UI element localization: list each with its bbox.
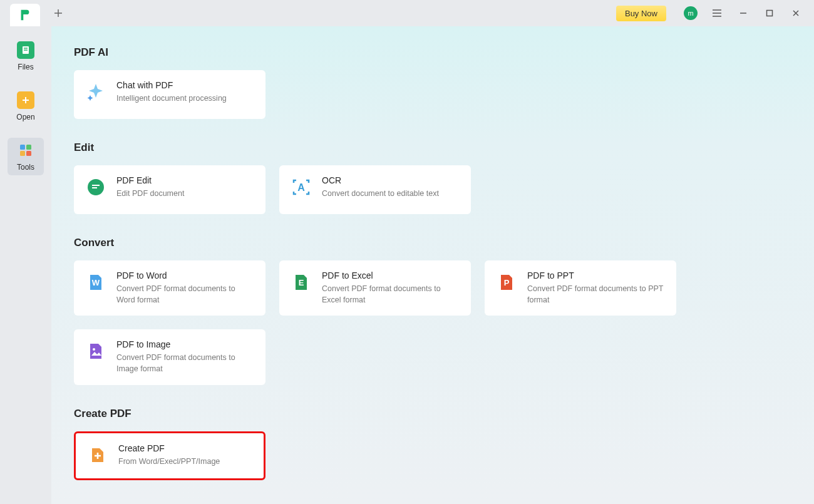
sidebar-item-label: Files bbox=[18, 63, 33, 71]
app-logo-icon bbox=[18, 8, 32, 22]
svg-rect-3 bbox=[26, 145, 31, 150]
svg-text:W: W bbox=[92, 278, 100, 287]
card-ocr[interactable]: A OCR Convert document to editable text bbox=[279, 165, 471, 214]
card-title: Create PDF bbox=[118, 443, 220, 453]
card-desc: Convert PDF format documents to Excel fo… bbox=[322, 283, 460, 306]
svg-rect-0 bbox=[767, 11, 773, 16]
sidebar: Files Open Tools bbox=[0, 26, 51, 504]
excel-doc-icon: E bbox=[291, 272, 312, 293]
user-avatar[interactable]: m bbox=[682, 4, 699, 22]
close-button[interactable] bbox=[787, 4, 805, 22]
open-icon bbox=[17, 91, 34, 109]
section-title: Edit bbox=[74, 141, 791, 154]
pdf-edit-icon bbox=[85, 177, 106, 198]
sidebar-item-label: Open bbox=[16, 113, 34, 121]
image-doc-icon bbox=[85, 341, 106, 362]
card-pdf-edit[interactable]: PDF Edit Edit PDF document bbox=[74, 165, 265, 214]
minimize-icon bbox=[739, 9, 748, 18]
card-pdf-to-image[interactable]: PDF to Image Convert PDF format document… bbox=[74, 329, 265, 384]
ocr-icon: A bbox=[291, 177, 312, 198]
sidebar-item-tools[interactable]: Tools bbox=[8, 138, 44, 175]
card-chat-with-pdf[interactable]: Chat with PDF Intelligent document proce… bbox=[74, 70, 265, 119]
svg-text:E: E bbox=[299, 278, 304, 287]
svg-text:A: A bbox=[297, 182, 305, 193]
card-create-pdf[interactable]: Create PDF From Word/Execl/PPT/Image bbox=[74, 431, 265, 480]
card-title: PDF to Word bbox=[116, 270, 254, 280]
card-desc: Convert PDF format documents to Image fo… bbox=[116, 352, 254, 374]
section-pdf-ai: PDF AI Chat with PDF Intelligent documen… bbox=[74, 46, 791, 119]
app-tab[interactable] bbox=[10, 4, 40, 26]
minimize-button[interactable] bbox=[734, 4, 752, 22]
card-title: PDF Edit bbox=[116, 175, 184, 185]
card-desc: Convert document to editable text bbox=[322, 188, 439, 199]
files-icon bbox=[17, 41, 34, 59]
section-title: Create PDF bbox=[74, 408, 791, 420]
close-icon bbox=[791, 9, 800, 18]
section-title: Convert bbox=[74, 237, 791, 249]
buy-now-button[interactable]: Buy Now bbox=[616, 6, 666, 21]
content-area: PDF AI Chat with PDF Intelligent documen… bbox=[51, 26, 814, 504]
svg-point-11 bbox=[93, 348, 95, 351]
card-title: PDF to PPT bbox=[527, 270, 665, 280]
card-desc: Convert PDF format documents to PPT form… bbox=[527, 283, 665, 306]
plus-icon bbox=[54, 9, 63, 18]
titlebar: Buy Now m bbox=[0, 0, 814, 26]
hamburger-icon bbox=[712, 9, 722, 18]
card-pdf-to-word[interactable]: W PDF to Word Convert PDF format documen… bbox=[74, 260, 265, 316]
section-convert: Convert W PDF to Word Convert PDF format… bbox=[74, 237, 791, 385]
card-pdf-to-ppt[interactable]: P PDF to PPT Convert PDF format document… bbox=[485, 260, 676, 316]
card-title: Chat with PDF bbox=[116, 80, 227, 90]
sparkle-icon bbox=[85, 81, 106, 103]
card-desc: From Word/Execl/PPT/Image bbox=[118, 456, 220, 467]
svg-text:P: P bbox=[504, 278, 510, 287]
card-desc: Intelligent document processing bbox=[116, 93, 227, 104]
card-desc: Convert PDF format documents to Word for… bbox=[116, 283, 254, 306]
card-title: OCR bbox=[322, 175, 439, 185]
tools-icon bbox=[17, 141, 34, 159]
section-create-pdf: Create PDF Create PDF From Word/Execl/PP… bbox=[74, 408, 791, 480]
avatar-icon: m bbox=[684, 6, 698, 20]
sidebar-item-label: Tools bbox=[17, 163, 34, 172]
section-edit: Edit PDF Edit Edit PDF document A bbox=[74, 141, 791, 214]
svg-rect-5 bbox=[26, 151, 31, 156]
ppt-doc-icon: P bbox=[496, 272, 517, 293]
create-pdf-icon bbox=[87, 445, 108, 466]
maximize-button[interactable] bbox=[761, 4, 778, 22]
card-title: PDF to Image bbox=[116, 339, 254, 349]
sidebar-item-files[interactable]: Files bbox=[8, 38, 44, 75]
word-doc-icon: W bbox=[85, 272, 106, 293]
new-tab-button[interactable] bbox=[49, 4, 68, 23]
menu-button[interactable] bbox=[708, 4, 726, 22]
card-desc: Edit PDF document bbox=[116, 188, 184, 199]
card-title: PDF to Excel bbox=[322, 270, 460, 280]
section-title: PDF AI bbox=[74, 46, 791, 59]
sidebar-item-open[interactable]: Open bbox=[8, 88, 44, 125]
card-pdf-to-excel[interactable]: E PDF to Excel Convert PDF format docume… bbox=[279, 260, 471, 316]
svg-rect-2 bbox=[20, 145, 25, 150]
maximize-icon bbox=[765, 9, 774, 18]
svg-rect-4 bbox=[20, 151, 25, 156]
